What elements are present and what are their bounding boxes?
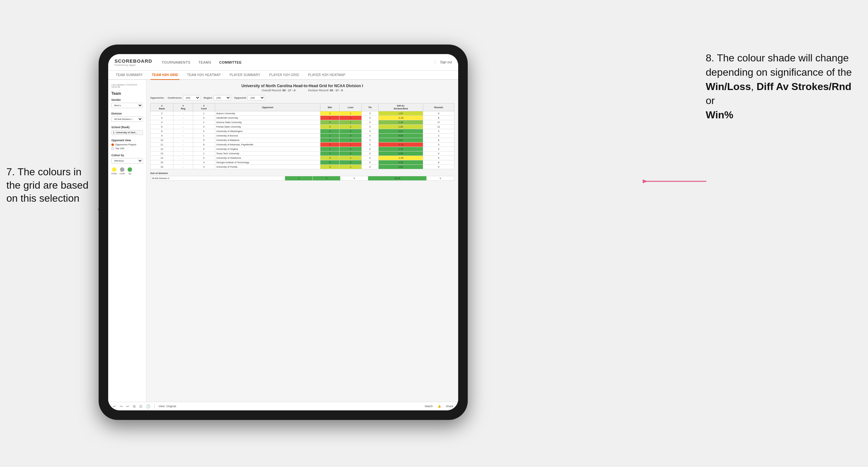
toolbar-view: View: Original: [158, 405, 176, 408]
cell-win: 3: [320, 151, 340, 156]
cell-conf: 6: [193, 143, 215, 147]
cell-loss: 1: [340, 156, 362, 160]
cell-rounds: 3: [423, 143, 454, 147]
cell-conf: 2: [193, 129, 215, 134]
cell-rounds: 9: [423, 111, 454, 116]
school-input[interactable]: [111, 130, 143, 135]
tab-team-h2h-heatmap[interactable]: TEAM H2H HEATMAP: [186, 71, 222, 80]
arrow-significance: [643, 175, 706, 188]
radio-top100[interactable]: Top 100: [111, 147, 143, 150]
nav-teams[interactable]: TEAMS: [198, 59, 211, 65]
gender-select[interactable]: Men's: [111, 103, 143, 108]
sign-out-button[interactable]: Sign out: [435, 60, 452, 64]
cell-conf: 2: [193, 156, 215, 160]
cell-opponent: University of Washington: [215, 129, 320, 134]
cell-conf: 3: [193, 165, 215, 169]
logo-area: SCOREBOARD Powered by clippd: [115, 58, 152, 66]
colour-by-select[interactable]: Win/loss: [111, 158, 143, 163]
cell-loss: 0: [340, 129, 362, 134]
clock-icon[interactable]: 🕐: [146, 404, 151, 408]
view-label: View: Original: [158, 405, 176, 408]
watch-button[interactable]: Watch: [425, 405, 433, 408]
cell-tie: 0: [362, 151, 378, 156]
division-section: Division NCAA Division I: [111, 112, 143, 122]
grid-title: University of North Carolina Head-to-Hea…: [150, 84, 454, 88]
tab-team-h2h-grid[interactable]: TEAM H2H GRID: [151, 71, 180, 80]
cell-reg: -: [174, 143, 193, 147]
col-win: Win: [320, 103, 340, 111]
sub-nav: TEAM SUMMARY TEAM H2H GRID TEAM H2H HEAT…: [108, 71, 458, 80]
radio-opponents-played[interactable]: Opponents Played: [111, 143, 143, 146]
opponent-view-label: Opponent View: [111, 139, 143, 142]
tab-player-h2h-heatmap[interactable]: PLAYER H2H HEATMAP: [307, 71, 346, 80]
cell-opponent: University of Alabama: [215, 138, 320, 143]
cell-opponent: University of Arkansas, Fayetteville: [215, 143, 320, 147]
cell-opponent: Texas Tech University: [215, 151, 320, 156]
table-row: 13 - 1 Texas Tech University 3 0 0 5.56 …: [151, 151, 454, 156]
forward-icon[interactable]: ↩: [126, 404, 129, 408]
school-section: School (Rank): [111, 126, 143, 135]
redo-icon[interactable]: ↪: [120, 404, 123, 408]
opponent-select[interactable]: (All): [248, 95, 265, 100]
copy-icon[interactable]: ⧉: [133, 404, 135, 408]
cell-win: 5: [320, 120, 340, 125]
col-tie: Tie: [362, 103, 378, 111]
cell-win: 0: [320, 116, 340, 120]
cell-rank: 13: [151, 151, 174, 156]
undo-icon[interactable]: ↩: [113, 404, 116, 408]
table-header-row: #Rank #Reg #Conf Opponent Win Loss Tie D…: [151, 103, 454, 111]
cell-opponent: University of Arizona: [215, 134, 320, 138]
cell-win: 3: [320, 165, 340, 169]
table-row: 15 - 4 Georgia Institute of Technology 5…: [151, 160, 454, 165]
col-opponent: Opponent: [215, 103, 320, 111]
nav-tournaments[interactable]: TOURNAMENTS: [162, 59, 190, 65]
table-row: 12 - 3 University of Virginia 1 0 0 2.33…: [151, 147, 454, 151]
cell-rank: 14: [151, 156, 174, 160]
region-select[interactable]: (All): [214, 95, 231, 100]
division-label: Division: [111, 112, 143, 115]
share-button[interactable]: Share: [446, 405, 454, 408]
thumbs-icon[interactable]: 👍: [437, 405, 441, 408]
grid-container: University of North Carolina Head-to-Hea…: [146, 80, 458, 402]
radio-dot-top100: [111, 147, 114, 150]
gender-label: Gender: [111, 98, 143, 101]
conference-select[interactable]: (All): [183, 95, 200, 100]
cell-rank: 8: [151, 129, 174, 134]
cell-diff: 2.33: [378, 147, 423, 151]
cell-conf: 1: [193, 111, 215, 116]
cell-diff: 9.00: [378, 134, 423, 138]
cell-win: 1: [320, 129, 340, 134]
cell-tie: 0: [362, 129, 378, 134]
school-label: School (Rank): [111, 126, 143, 129]
cell-opponent: University of Virginia: [215, 147, 320, 151]
filter-row: Opponents: Conference (All) Region (All): [150, 95, 454, 100]
cell-loss: 2: [340, 125, 362, 129]
main-content: Last Updated: 27/03/2024 16:55:38 Team G…: [108, 80, 458, 402]
cell-loss: 1: [340, 111, 362, 116]
cell-rounds: 2: [423, 134, 454, 138]
cell-rounds: 3: [423, 129, 454, 134]
cell-win: 5: [320, 160, 340, 165]
toolbar-bottom: ↩ ↪ ↩ ⧉ ⊡ 🕐 View: Original Watch 👍 Share: [108, 402, 458, 410]
legend-level-icon: [120, 167, 124, 172]
paste-icon[interactable]: ⊡: [140, 404, 142, 408]
gender-section: Gender Men's: [111, 98, 143, 108]
cell-opponent: Florida State University: [215, 125, 320, 129]
colour-by-section: Colour by Win/loss: [111, 154, 143, 163]
col-rounds: Rounds: [423, 103, 454, 111]
table-row: 6 - 2 Florida State University 4 2 0 1.8…: [151, 125, 454, 129]
cell-diff: 4.62: [378, 165, 423, 169]
tab-player-summary[interactable]: PLAYER SUMMARY: [228, 71, 262, 80]
division-select[interactable]: NCAA Division I: [111, 117, 143, 122]
cell-opponent: Auburn University: [215, 111, 320, 116]
region-label: Region: [204, 96, 212, 99]
tab-team-summary[interactable]: TEAM SUMMARY: [115, 71, 144, 80]
tab-player-h2h-grid[interactable]: PLAYER H2H GRID: [268, 71, 300, 80]
cell-out-tie: 0: [340, 176, 368, 181]
nav-committee[interactable]: COMMITTEE: [219, 59, 242, 65]
radio-group: Opponents Played Top 100: [111, 143, 143, 150]
cell-tie: 0: [362, 125, 378, 129]
colour-by-label: Colour by: [111, 154, 143, 157]
cell-tie: 0: [362, 165, 378, 169]
annotation-right: 8. The colour shade will change dependin…: [706, 51, 859, 122]
